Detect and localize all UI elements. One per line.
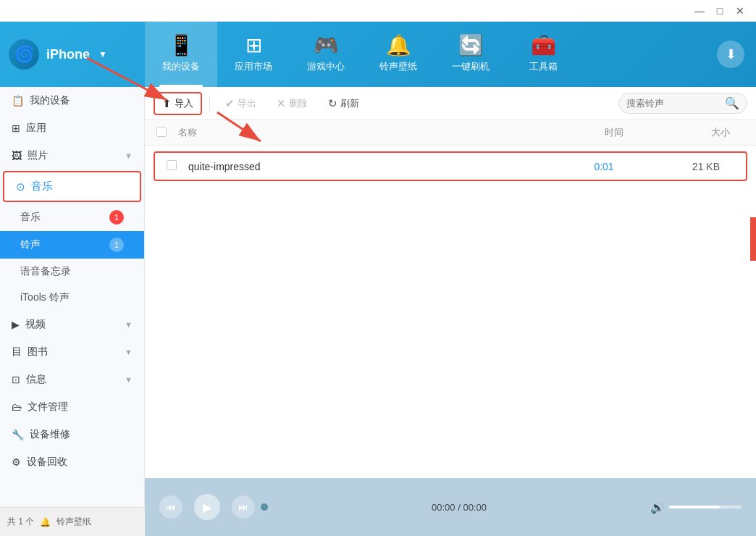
oneclick-nav-icon: 🔄 bbox=[458, 35, 484, 56]
device-nav-label: 我的设备 bbox=[162, 60, 200, 73]
forward-button[interactable]: ⏭ bbox=[232, 495, 255, 519]
status-label: 铃声壁纸 bbox=[56, 516, 91, 528]
sidebar-music-sub-label: 音乐 bbox=[20, 211, 41, 224]
sidebar-item-device-recycle[interactable]: ⚙ 设备回收 bbox=[0, 448, 144, 476]
rewind-icon: ⏮ bbox=[166, 501, 176, 513]
table-header-check bbox=[156, 127, 178, 139]
recycle-icon: ⚙ bbox=[12, 456, 21, 468]
toolbox-nav-icon: 🧰 bbox=[531, 35, 556, 56]
sidebar-video-label: 视频 bbox=[25, 318, 46, 331]
apps-icon: ⊞ bbox=[12, 122, 20, 134]
delete-button[interactable]: ✕ 删除 bbox=[269, 93, 316, 114]
table-header: 名称 时间 大小 bbox=[145, 120, 756, 146]
sidebar-subitem-itools-ringtone[interactable]: iTools 铃声 bbox=[0, 285, 144, 311]
table-row[interactable]: quite-impressed 0:01 21 KB bbox=[154, 151, 747, 181]
sidebar-ringtone-label: 铃声 bbox=[20, 238, 41, 251]
sidebar-item-messages[interactable]: ⊡ 信息 ▼ bbox=[0, 366, 144, 393]
game-nav-icon: 🎮 bbox=[314, 35, 339, 56]
sidebar-item-device-repair[interactable]: 🔧 设备维修 bbox=[0, 421, 144, 448]
sidebar-music-label: 音乐 bbox=[31, 180, 53, 193]
nav-ringtone[interactable]: 🔔 铃声壁纸 bbox=[362, 22, 434, 87]
sidebar-messages-label: 信息 bbox=[26, 373, 46, 386]
volume-control: 🔊 bbox=[650, 501, 742, 514]
table-header-size: 大小 bbox=[658, 126, 744, 139]
logo-area: 🌀 iPhone ▼ bbox=[0, 22, 145, 87]
volume-icon: 🔊 bbox=[650, 501, 665, 514]
download-icon: ⬇ bbox=[726, 46, 736, 62]
select-all-checkbox[interactable] bbox=[156, 127, 167, 137]
nav-toolbox[interactable]: 🧰 工具箱 bbox=[507, 22, 579, 87]
music-icon: ⊙ bbox=[16, 180, 25, 193]
photos-arrow-icon: ▼ bbox=[125, 151, 133, 160]
logo-dropdown-icon[interactable]: ▼ bbox=[98, 49, 107, 59]
red-side-bar bbox=[750, 217, 756, 261]
nav-app-store[interactable]: ⊞ 应用市场 bbox=[217, 22, 290, 87]
status-icon: 🔔 bbox=[40, 517, 51, 527]
delete-label: 删除 bbox=[289, 97, 308, 110]
player-time: 00:00 / 00:00 bbox=[280, 502, 639, 513]
sidebar-subitem-ringtone[interactable]: 铃声 1 bbox=[0, 231, 144, 259]
import-button[interactable]: ⬆ 导入 bbox=[154, 92, 202, 115]
ringtone-badge: 1 bbox=[109, 238, 124, 252]
nav-bar: 📱 我的设备 ⊞ 应用市场 🎮 游戏中心 🔔 铃声壁纸 🔄 一键刷机 🧰 工具箱 bbox=[145, 22, 717, 87]
delete-icon: ✕ bbox=[277, 97, 286, 110]
search-bar[interactable]: 🔍 bbox=[618, 93, 747, 114]
sidebar-subitem-music[interactable]: 音乐 1 bbox=[0, 204, 144, 231]
sidebar-item-books[interactable]: 目 图书 ▼ bbox=[0, 338, 144, 366]
search-input[interactable] bbox=[626, 98, 721, 109]
volume-bar[interactable] bbox=[669, 506, 742, 508]
play-button[interactable]: ▶ bbox=[194, 494, 220, 520]
sidebar-item-video[interactable]: ▶ 视频 ▼ bbox=[0, 311, 144, 338]
device-icon: 📋 bbox=[12, 95, 24, 106]
nav-game-center[interactable]: 🎮 游戏中心 bbox=[290, 22, 362, 87]
device-nav-icon: 📱 bbox=[169, 35, 194, 56]
status-bar: 共 1 个 🔔 铃声壁纸 bbox=[0, 507, 145, 536]
minimize-button[interactable]: — bbox=[689, 1, 710, 21]
rewind-button[interactable]: ⏮ bbox=[159, 495, 182, 519]
row-checkbox[interactable] bbox=[167, 160, 177, 170]
sidebar-item-apps[interactable]: ⊞ 应用 bbox=[0, 114, 144, 142]
sidebar-recycle-label: 设备回收 bbox=[27, 456, 67, 469]
volume-fill bbox=[669, 506, 720, 508]
sidebar: 📋 我的设备 ⊞ 应用 🖼 照片 ▼ ⊙ 音乐 音乐 1 铃声 1 语音备忘录 … bbox=[0, 87, 145, 507]
repair-icon: 🔧 bbox=[12, 429, 24, 440]
player-bar: ⏮ ▶ ⏭ 00:00 / 00:00 🔊 bbox=[145, 478, 756, 536]
video-icon: ▶ bbox=[12, 319, 20, 330]
sidebar-item-my-device[interactable]: 📋 我的设备 bbox=[0, 87, 144, 114]
export-button[interactable]: ✔ 导出 bbox=[217, 93, 264, 114]
app-title: iPhone bbox=[46, 47, 90, 62]
close-button[interactable]: ✕ bbox=[730, 1, 750, 21]
import-label: 导入 bbox=[175, 97, 193, 110]
appstore-nav-icon: ⊞ bbox=[245, 35, 262, 56]
sidebar-apps-label: 应用 bbox=[26, 122, 46, 135]
download-button[interactable]: ⬇ bbox=[717, 41, 744, 68]
toolbar-sep-1 bbox=[209, 96, 210, 111]
books-icon: 目 bbox=[12, 346, 22, 359]
ringtone-nav-label: 铃声壁纸 bbox=[379, 60, 417, 73]
row-checkbox-cell bbox=[167, 160, 188, 172]
table-header-time: 时间 bbox=[571, 126, 658, 139]
sidebar-item-music[interactable]: ⊙ 音乐 bbox=[3, 171, 141, 202]
sidebar-item-file-mgmt[interactable]: 🗁 文件管理 bbox=[0, 393, 144, 421]
logo-icon: 🌀 bbox=[9, 39, 39, 70]
nav-one-click[interactable]: 🔄 一键刷机 bbox=[434, 22, 507, 87]
sidebar-voice-label: 语音备忘录 bbox=[20, 265, 71, 278]
sidebar-item-photos[interactable]: 🖼 照片 ▼ bbox=[0, 142, 144, 169]
forward-icon: ⏭ bbox=[238, 501, 248, 513]
content-area: 名称 时间 大小 quite-impressed 0:01 21 KB bbox=[145, 120, 756, 478]
books-arrow-icon: ▼ bbox=[125, 348, 133, 356]
refresh-button[interactable]: ↻ 刷新 bbox=[320, 93, 367, 114]
play-icon: ▶ bbox=[203, 501, 211, 514]
sidebar-repair-label: 设备维修 bbox=[30, 428, 70, 441]
header: 🌀 iPhone ▼ 📱 我的设备 ⊞ 应用市场 🎮 游戏中心 🔔 铃声壁纸 🔄… bbox=[0, 22, 756, 87]
maximize-button[interactable]: □ bbox=[710, 1, 730, 21]
video-arrow-icon: ▼ bbox=[125, 320, 133, 329]
sidebar-photos-label: 照片 bbox=[28, 149, 48, 162]
game-nav-label: 游戏中心 bbox=[307, 60, 345, 73]
status-count: 共 1 个 bbox=[7, 516, 34, 528]
sidebar-books-label: 图书 bbox=[28, 346, 48, 359]
messages-arrow-icon: ▼ bbox=[125, 375, 133, 384]
sidebar-subitem-voice-memo[interactable]: 语音备忘录 bbox=[0, 259, 144, 285]
nav-my-device[interactable]: 📱 我的设备 bbox=[145, 22, 217, 87]
sidebar-file-label: 文件管理 bbox=[28, 401, 68, 414]
